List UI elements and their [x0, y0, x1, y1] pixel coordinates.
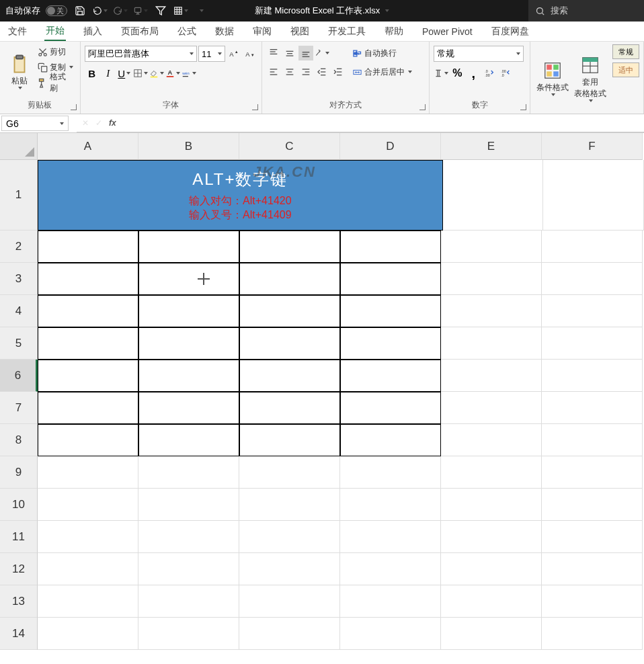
- cell-style-mid[interactable]: 适中: [612, 63, 639, 77]
- column-header-F[interactable]: F: [542, 133, 643, 160]
- row-header-2[interactable]: 2: [0, 231, 38, 263]
- touch-icon[interactable]: [133, 3, 148, 18]
- cell-E10[interactable]: [441, 489, 542, 521]
- row-header-3[interactable]: 3: [0, 263, 38, 295]
- cell-F9[interactable]: [542, 456, 643, 489]
- increase-decimal-icon[interactable]: .0.00: [482, 66, 497, 81]
- cell-A10[interactable]: [38, 489, 138, 521]
- orientation-icon[interactable]: [315, 46, 329, 60]
- cell-D6[interactable]: [340, 360, 441, 392]
- cell-D4[interactable]: [340, 295, 441, 327]
- tab-home[interactable]: 开始: [44, 22, 66, 41]
- cell-C5[interactable]: [239, 327, 340, 360]
- cell-A11[interactable]: [38, 521, 138, 553]
- column-header-B[interactable]: B: [138, 133, 239, 160]
- align-right-icon[interactable]: [298, 65, 313, 79]
- accounting-format-icon[interactable]: [434, 66, 448, 81]
- cell-F3[interactable]: [542, 263, 643, 295]
- row-header-1[interactable]: 1: [0, 160, 38, 231]
- cell-F5[interactable]: [542, 327, 643, 360]
- cell-C2[interactable]: [239, 231, 340, 263]
- phonetic-button[interactable]: wén: [182, 66, 196, 81]
- number-format-combo[interactable]: 常规: [434, 46, 524, 62]
- cell-B2[interactable]: [138, 231, 239, 263]
- filter-icon[interactable]: [153, 3, 168, 18]
- cell-B7[interactable]: [138, 392, 239, 424]
- bold-button[interactable]: B: [85, 66, 99, 81]
- cell-A9[interactable]: [38, 456, 138, 489]
- cell-E2[interactable]: [441, 231, 542, 263]
- enter-icon[interactable]: ✓: [95, 118, 102, 128]
- cell-B3[interactable]: [138, 263, 239, 295]
- formula-input[interactable]: [151, 114, 644, 132]
- cell-F7[interactable]: [542, 392, 643, 424]
- cell-B4[interactable]: [138, 295, 239, 327]
- cell-B6[interactable]: [138, 360, 239, 392]
- column-header-E[interactable]: E: [441, 133, 542, 160]
- autosave-toggle[interactable]: 关: [46, 5, 67, 16]
- redo-icon[interactable]: [113, 3, 128, 18]
- cell-D11[interactable]: [340, 521, 441, 553]
- table-icon[interactable]: [173, 3, 188, 18]
- tab-dev[interactable]: 开发工具: [327, 23, 367, 40]
- clipboard-launcher[interactable]: [71, 104, 79, 112]
- cell-C12[interactable]: [239, 553, 340, 585]
- cut-button[interactable]: 剪切: [35, 44, 76, 59]
- cell-A4[interactable]: [38, 295, 138, 327]
- cell-B10[interactable]: [138, 489, 239, 521]
- cell-F14[interactable]: [542, 618, 643, 650]
- align-middle-icon[interactable]: [282, 46, 297, 60]
- cell-D8[interactable]: [340, 424, 441, 456]
- percent-icon[interactable]: %: [450, 66, 465, 81]
- font-name-combo[interactable]: 阿里巴巴普惠体: [85, 46, 197, 62]
- decrease-indent-icon[interactable]: [315, 65, 329, 79]
- cell-F10[interactable]: [542, 489, 643, 521]
- cell-F6[interactable]: [542, 360, 643, 392]
- select-all-triangle[interactable]: [0, 133, 38, 160]
- cell-E7[interactable]: [441, 392, 542, 424]
- cell-F11[interactable]: [542, 521, 643, 553]
- alignment-launcher[interactable]: [419, 104, 428, 112]
- decrease-font-icon[interactable]: A▼: [243, 46, 257, 61]
- decrease-decimal-icon[interactable]: .00.0: [498, 66, 513, 81]
- tab-layout[interactable]: 页面布局: [120, 23, 160, 40]
- number-launcher[interactable]: [520, 104, 528, 112]
- tab-insert[interactable]: 插入: [82, 23, 104, 40]
- cell-C13[interactable]: [239, 585, 340, 618]
- cell-E1[interactable]: [443, 160, 544, 231]
- cells-area[interactable]: JKA.CN ALT+数字键输入对勾：Alt+41420输入叉号：Alt+414…: [38, 160, 644, 650]
- italic-button[interactable]: I: [101, 66, 116, 81]
- font-size-combo[interactable]: 11: [198, 46, 225, 62]
- cell-B12[interactable]: [138, 553, 239, 585]
- cell-B11[interactable]: [138, 521, 239, 553]
- row-header-5[interactable]: 5: [0, 327, 38, 360]
- comma-icon[interactable]: ,: [466, 66, 481, 81]
- paste-button[interactable]: 粘贴: [4, 44, 35, 98]
- cell-A8[interactable]: [38, 424, 138, 456]
- tab-file[interactable]: 文件: [7, 23, 28, 40]
- cell-C6[interactable]: [239, 360, 340, 392]
- name-box[interactable]: G6: [1, 116, 69, 131]
- tab-help[interactable]: 帮助: [383, 23, 405, 40]
- cell-B9[interactable]: [138, 456, 239, 489]
- cell-A14[interactable]: [38, 618, 138, 650]
- row-header-13[interactable]: 13: [0, 585, 38, 618]
- underline-button[interactable]: U: [117, 66, 132, 81]
- cell-D14[interactable]: [340, 618, 441, 650]
- cell-B8[interactable]: [138, 424, 239, 456]
- cell-B5[interactable]: [138, 327, 239, 360]
- cell-D2[interactable]: [340, 231, 441, 263]
- more-commands-icon[interactable]: [194, 3, 208, 18]
- fx-icon[interactable]: fx: [109, 118, 116, 128]
- search-box[interactable]: 搜索: [528, 0, 644, 22]
- cell-D13[interactable]: [340, 585, 441, 618]
- cell-C3[interactable]: [239, 263, 340, 295]
- cell-C4[interactable]: [239, 295, 340, 327]
- cancel-icon[interactable]: ✕: [82, 118, 89, 128]
- cell-C7[interactable]: [239, 392, 340, 424]
- format-painter-button[interactable]: 格式刷: [35, 75, 76, 90]
- tab-view[interactable]: 视图: [289, 23, 311, 40]
- column-header-D[interactable]: D: [340, 133, 441, 160]
- undo-icon[interactable]: [93, 3, 108, 18]
- cell-A3[interactable]: [38, 263, 138, 295]
